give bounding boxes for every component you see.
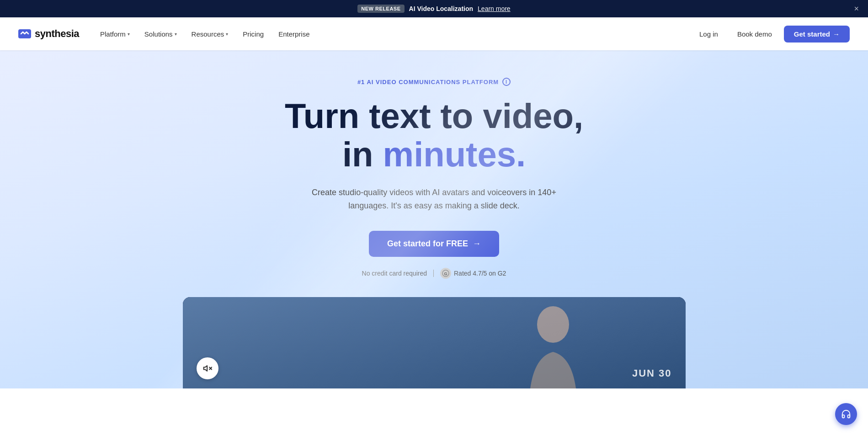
login-button[interactable]: Log in: [692, 27, 725, 42]
platform-chevron-icon: ▾: [128, 32, 130, 37]
logo[interactable]: synthesia: [18, 28, 79, 40]
hero-subtext: Create studio-quality videos with AI ava…: [306, 186, 562, 213]
learn-more-link[interactable]: Learn more: [478, 5, 511, 12]
cta-button[interactable]: Get started for FREE →: [369, 231, 499, 257]
logo-text: synthesia: [35, 28, 79, 40]
trust-divider: [433, 270, 434, 277]
headline-highlight: minutes.: [383, 135, 526, 174]
hero-section: #1 AI VIDEO COMMUNICATIONS PLATFORM i Tu…: [0, 50, 868, 388]
arrow-icon: →: [833, 30, 840, 38]
info-icon[interactable]: i: [502, 78, 511, 86]
video-preview: JUN 30: [183, 297, 686, 388]
new-release-badge: NEW RELEASE: [357, 5, 404, 13]
solutions-chevron-icon: ▾: [175, 32, 177, 37]
mute-button[interactable]: [197, 357, 218, 379]
get-started-nav-button[interactable]: Get started →: [784, 26, 850, 43]
nav-resources[interactable]: Resources ▾: [185, 27, 235, 42]
nav-solutions[interactable]: Solutions ▾: [138, 27, 183, 42]
headline-line2-plain: in: [342, 135, 383, 174]
video-date-label: JUN 30: [632, 367, 672, 379]
trust-row: No credit card required G Rated 4.7/5 on…: [362, 268, 506, 279]
resources-chevron-icon: ▾: [226, 32, 228, 37]
svg-point-3: [537, 306, 569, 343]
g2-icon: G: [440, 268, 451, 279]
video-background: [183, 297, 686, 388]
no-cc-text: No credit card required: [362, 270, 427, 277]
synthesia-logo-icon: [18, 29, 31, 38]
video-inner: JUN 30: [183, 297, 686, 388]
platform-badge: #1 AI VIDEO COMMUNICATIONS PLATFORM i: [357, 78, 511, 86]
announcement-text: AI Video Localization: [409, 5, 474, 12]
cta-arrow-icon: →: [473, 239, 481, 249]
nav-right: Log in Book demo Get started →: [692, 26, 850, 43]
hero-headline: Turn text to video, in minutes.: [285, 97, 583, 173]
mute-icon: [203, 364, 212, 373]
nav-enterprise[interactable]: Enterprise: [272, 27, 316, 42]
headline-line1: Turn text to video,: [285, 96, 583, 135]
nav-platform[interactable]: Platform ▾: [94, 27, 136, 42]
nav-links: Platform ▾ Solutions ▾ Resources ▾ Prici…: [94, 27, 692, 42]
nav-pricing[interactable]: Pricing: [236, 27, 270, 42]
announcement-close-button[interactable]: ×: [854, 4, 859, 14]
g2-rating-text: Rated 4.7/5 on G2: [454, 270, 506, 277]
badge-text: #1 AI VIDEO COMMUNICATIONS PLATFORM: [357, 79, 499, 85]
announcement-bar: NEW RELEASE AI Video Localization Learn …: [0, 0, 868, 17]
navbar: synthesia Platform ▾ Solutions ▾ Resourc…: [0, 17, 868, 50]
svg-marker-4: [203, 366, 207, 371]
g2-badge: G Rated 4.7/5 on G2: [440, 268, 506, 279]
svg-text:G: G: [444, 271, 447, 276]
book-demo-button[interactable]: Book demo: [729, 27, 780, 42]
